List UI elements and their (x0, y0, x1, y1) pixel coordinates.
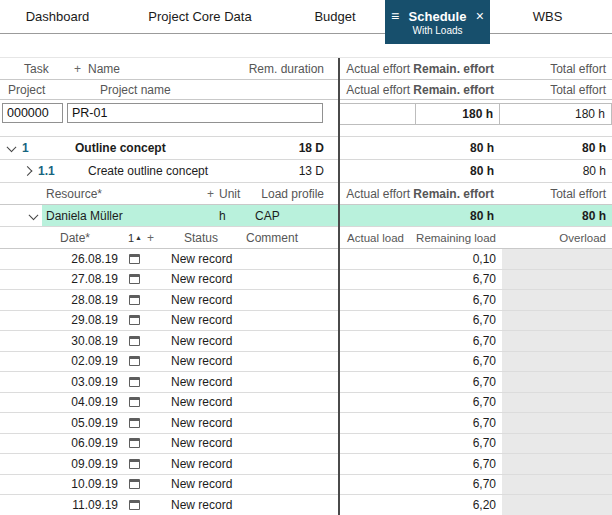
tab-schedule[interactable]: ≡ Schedule × With Loads (385, 0, 490, 44)
menu-icon[interactable]: ≡ (391, 9, 399, 23)
date-cell[interactable]: 02.09.19 (58, 352, 118, 372)
date-cell[interactable]: 11.09.19 (58, 495, 118, 515)
calendar-cell (129, 434, 140, 454)
date-cell[interactable]: 05.09.19 (58, 413, 118, 433)
chevron-down-icon[interactable] (7, 142, 17, 152)
add-task-button[interactable]: + (74, 58, 81, 79)
close-icon[interactable]: × (476, 9, 484, 23)
remaining-load-cell[interactable]: 6,70 (410, 331, 502, 351)
sort-order-number[interactable]: 1 (128, 227, 134, 248)
date-cell[interactable]: 27.08.19 (58, 270, 118, 290)
status-cell[interactable]: New record (171, 475, 232, 495)
actual-load-cell[interactable] (340, 434, 410, 454)
calendar-icon[interactable] (129, 377, 140, 387)
actual-load-cell[interactable] (340, 331, 410, 351)
add-load-record-button[interactable]: + (147, 227, 154, 248)
remaining-load-cell[interactable]: 6,70 (410, 352, 502, 372)
project-total-effort-cell: 180 h (500, 103, 612, 125)
status-cell[interactable]: New record (171, 393, 232, 413)
calendar-cell (129, 352, 140, 372)
task-name[interactable]: Outline concept (75, 137, 166, 159)
remaining-load-cell[interactable]: 6,20 (410, 495, 502, 515)
project-id-input[interactable] (2, 103, 63, 123)
status-cell[interactable]: New record (171, 311, 232, 331)
date-cell[interactable]: 06.09.19 (58, 434, 118, 454)
resource-row[interactable]: Daniela Müller h CAP 80 h 80 h (0, 205, 612, 227)
remaining-load-cell[interactable]: 6,70 (410, 270, 502, 290)
status-cell[interactable]: New record (171, 352, 232, 372)
actual-load-cell[interactable] (340, 249, 410, 269)
column-header-status: Status (184, 227, 218, 248)
remaining-load-cell[interactable]: 6,70 (410, 311, 502, 331)
calendar-icon[interactable] (129, 336, 140, 346)
calendar-icon[interactable] (129, 500, 140, 510)
task-number[interactable]: 1.1 (38, 160, 55, 182)
calendar-icon[interactable] (129, 459, 140, 469)
status-cell[interactable]: New record (171, 331, 232, 351)
remaining-load-cell[interactable]: 6,70 (410, 372, 502, 392)
date-cell[interactable]: 09.09.19 (58, 454, 118, 474)
actual-load-cell[interactable] (340, 290, 410, 310)
actual-load-cell[interactable] (340, 454, 410, 474)
actual-load-cell[interactable] (340, 413, 410, 433)
date-cell[interactable]: 30.08.19 (58, 331, 118, 351)
column-header-overload: Overload (502, 227, 612, 248)
calendar-cell (129, 249, 140, 269)
actual-load-cell[interactable] (340, 475, 410, 495)
status-cell[interactable]: New record (171, 290, 232, 310)
status-cell[interactable]: New record (171, 372, 232, 392)
task-name[interactable]: Create outline concept (88, 160, 208, 182)
actual-load-cell[interactable] (340, 393, 410, 413)
spacer-row (0, 127, 612, 136)
remaining-load-cell[interactable]: 6,70 (410, 393, 502, 413)
remaining-load-cell[interactable]: 6,70 (410, 454, 502, 474)
calendar-icon[interactable] (129, 274, 140, 284)
date-cell[interactable]: 28.08.19 (58, 290, 118, 310)
calendar-icon[interactable] (129, 438, 140, 448)
date-cell[interactable]: 29.08.19 (58, 311, 118, 331)
actual-load-cell[interactable] (340, 311, 410, 331)
chevron-right-icon[interactable] (23, 166, 33, 176)
date-cell[interactable]: 10.09.19 (58, 475, 118, 495)
calendar-cell (129, 331, 140, 351)
date-cell[interactable]: 03.09.19 (58, 372, 118, 392)
calendar-icon[interactable] (129, 397, 140, 407)
tab-dashboard[interactable]: Dashboard (0, 0, 115, 33)
status-cell[interactable]: New record (171, 454, 232, 474)
status-cell[interactable]: New record (171, 495, 232, 515)
remaining-load-cell[interactable]: 6,70 (410, 290, 502, 310)
actual-load-cell[interactable] (340, 352, 410, 372)
add-resource-button[interactable]: + (207, 183, 214, 204)
column-header-remain-effort: Remain. effort (416, 58, 500, 79)
remaining-load-cell[interactable]: 0,10 (410, 249, 502, 269)
status-cell[interactable]: New record (171, 249, 232, 269)
calendar-icon[interactable] (129, 295, 140, 305)
resource-header-remain-effort: Remain. effort (416, 183, 500, 204)
status-cell[interactable]: New record (171, 270, 232, 290)
remaining-load-cell[interactable]: 6,70 (410, 434, 502, 454)
sort-ascending-icon[interactable]: ▲ (135, 227, 142, 248)
date-cell[interactable]: 04.09.19 (58, 393, 118, 413)
load-header-row: Date* 1 ▲ + Status Comment Actual load R… (0, 227, 612, 249)
status-cell[interactable]: New record (171, 434, 232, 454)
status-cell[interactable]: New record (171, 413, 232, 433)
calendar-icon[interactable] (129, 254, 140, 264)
column-header-name: Name (88, 58, 120, 79)
actual-load-cell[interactable] (340, 372, 410, 392)
column-header-total-effort: Total effort (500, 58, 612, 79)
task-number[interactable]: 1 (22, 137, 29, 159)
calendar-icon[interactable] (129, 418, 140, 428)
remaining-load-cell[interactable]: 6,70 (410, 475, 502, 495)
tab-project-core-data[interactable]: Project Core Data (115, 0, 285, 33)
calendar-icon[interactable] (129, 479, 140, 489)
remaining-load-cell[interactable]: 6,70 (410, 413, 502, 433)
resource-name[interactable]: Daniela Müller (46, 205, 123, 226)
project-name-input[interactable] (67, 103, 323, 123)
calendar-icon[interactable] (129, 315, 140, 325)
calendar-icon[interactable] (129, 356, 140, 366)
date-cell[interactable]: 26.08.19 (58, 249, 118, 269)
tab-wbs[interactable]: WBS (490, 0, 605, 33)
tab-budget[interactable]: Budget (285, 0, 385, 33)
actual-load-cell[interactable] (340, 270, 410, 290)
actual-load-cell[interactable] (340, 495, 410, 515)
